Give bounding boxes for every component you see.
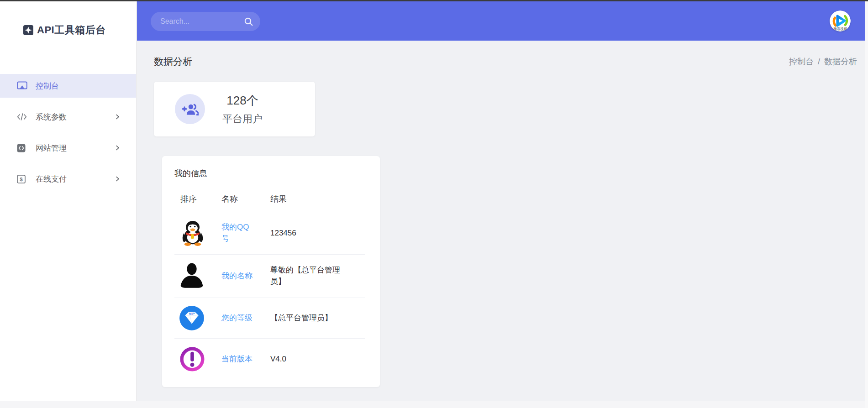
person-silhouette-icon (179, 262, 221, 290)
breadcrumb-item-console[interactable]: 控制台 (789, 57, 814, 66)
window-bottom-edge (0, 401, 868, 408)
app-logo: API工具箱后台 (23, 23, 106, 37)
stat-icon-circle (175, 94, 205, 124)
sidebar-item-website-mgmt[interactable]: 网站管理 (0, 136, 136, 160)
svg-text:$: $ (20, 176, 23, 182)
sidebar-item-label: 在线支付 (36, 174, 67, 184)
window-top-edge (0, 0, 868, 1)
search-input[interactable] (151, 17, 244, 26)
monitor-icon (17, 81, 28, 90)
my-info-card: 我的信息 排序 名称 结果 (162, 156, 380, 387)
scrollbar-track[interactable] (865, 1, 868, 408)
chevron-right-icon (114, 176, 121, 182)
app-title: API工具箱后台 (37, 23, 106, 37)
stat-value: 128个 (226, 93, 258, 109)
sidebar-nav: 控制台 系统参数 网站管理 (0, 74, 136, 198)
sidebar-item-label: 控制台 (36, 81, 59, 91)
page-content: 数据分析 控制台/数据分析 128个 平台用户 (137, 41, 865, 387)
topbar: 腾讯视频 (137, 1, 865, 41)
stat-card-platform-users: 128个 平台用户 (154, 82, 315, 136)
payment-icon: $ (17, 175, 28, 183)
sidebar-item-label: 网站管理 (36, 143, 67, 153)
info-value-your-level: 【总平台管理员】 (270, 298, 365, 339)
page-title: 数据分析 (154, 55, 192, 68)
search-icon[interactable] (244, 17, 253, 26)
breadcrumb: 控制台/数据分析 (789, 56, 857, 67)
table-row-version: 当前版本 V4.0 (174, 339, 365, 377)
card-title: 我的信息 (174, 168, 365, 179)
info-table: 排序 名称 结果 (174, 187, 365, 376)
table-row-qq: 我的QQ号 123456 (174, 212, 365, 255)
qq-penguin-icon (179, 220, 221, 247)
info-link-qq-number[interactable]: 我的QQ号 (221, 222, 254, 244)
vip-badge-icon: VIP (179, 305, 221, 331)
table-header-row: 排序 名称 结果 (174, 187, 365, 212)
stat-label: 平台用户 (222, 112, 263, 126)
table-row-level: VIP 您的等级 【总平台管理员】 (174, 298, 365, 339)
website-icon (17, 144, 28, 152)
info-link-current-version[interactable]: 当前版本 (221, 354, 253, 365)
breadcrumb-item-current: 数据分析 (824, 57, 857, 66)
version-alert-icon (179, 346, 221, 372)
group-add-icon (182, 102, 199, 116)
table-row-name: 我的名称 尊敬的【总平台管理员】 (174, 255, 365, 298)
column-header-sort: 排序 (174, 187, 221, 212)
sidebar-item-label: 系统参数 (36, 112, 67, 122)
search-box[interactable] (151, 12, 260, 31)
column-header-name: 名称 (221, 187, 270, 212)
chevron-right-icon (114, 145, 121, 151)
info-link-your-level[interactable]: 您的等级 (221, 313, 253, 324)
info-value-my-name: 尊敬的【总平台管理员】 (270, 255, 365, 298)
chevron-right-icon (114, 114, 121, 120)
sidebar-item-online-payment[interactable]: $ 在线支付 (0, 167, 136, 191)
code-icon (17, 113, 28, 121)
sidebar-item-console[interactable]: 控制台 (0, 74, 136, 98)
info-value-qq-number: 123456 (270, 212, 365, 255)
app-logo-icon (23, 25, 34, 36)
sidebar: API工具箱后台 控制台 系统参数 (0, 1, 137, 401)
info-link-my-name[interactable]: 我的名称 (221, 271, 253, 282)
main-area: 腾讯视频 数据分析 控制台/数据分析 128个 (137, 1, 865, 401)
stat-texts: 128个 平台用户 (222, 93, 263, 126)
breadcrumb-separator: / (818, 57, 820, 66)
sidebar-item-system-params[interactable]: 系统参数 (0, 105, 136, 129)
svg-text:VIP: VIP (189, 312, 195, 316)
user-avatar[interactable]: 腾讯视频 (830, 10, 851, 31)
info-value-current-version: V4.0 (270, 339, 365, 377)
column-header-result: 结果 (270, 187, 365, 212)
page-header: 数据分析 控制台/数据分析 (154, 55, 857, 68)
avatar-caption: 腾讯视频 (833, 27, 847, 31)
tencent-video-logo-icon: 腾讯视频 (830, 10, 851, 31)
